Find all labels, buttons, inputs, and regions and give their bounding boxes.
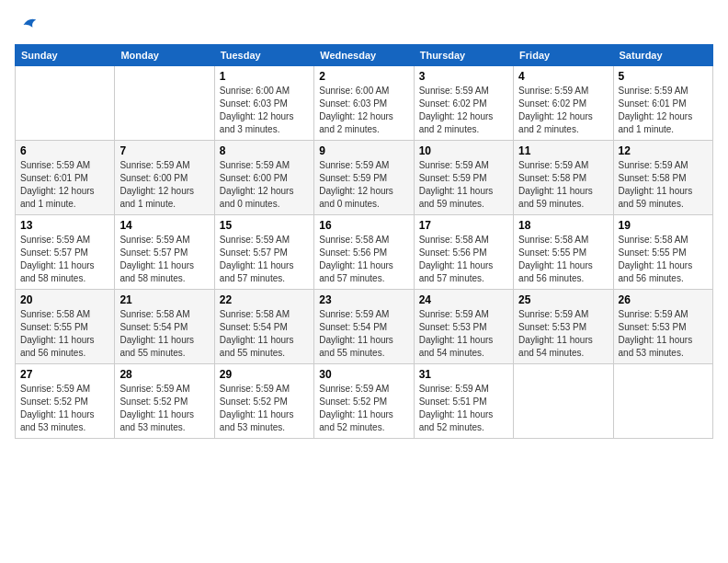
day-detail: Sunrise: 6:00 AMSunset: 6:03 PMDaylight:… — [319, 85, 408, 136]
day-detail: Sunrise: 5:59 AMSunset: 5:52 PMDaylight:… — [20, 383, 109, 434]
calendar-cell: 25Sunrise: 5:59 AMSunset: 5:53 PMDayligh… — [514, 290, 613, 364]
calendar-cell: 8Sunrise: 5:59 AMSunset: 6:00 PMDaylight… — [214, 141, 313, 215]
day-detail: Sunrise: 5:58 AMSunset: 5:56 PMDaylight:… — [319, 234, 408, 285]
day-number: 10 — [419, 144, 508, 157]
day-number: 22 — [220, 293, 309, 306]
day-detail: Sunrise: 5:58 AMSunset: 5:55 PMDaylight:… — [518, 234, 608, 285]
day-number: 8 — [220, 144, 309, 157]
calendar-cell: 3Sunrise: 5:59 AMSunset: 6:02 PMDaylight… — [414, 66, 513, 141]
day-number: 31 — [419, 368, 508, 381]
calendar-cell: 13Sunrise: 5:59 AMSunset: 5:57 PMDayligh… — [16, 215, 115, 290]
calendar-cell: 14Sunrise: 5:59 AMSunset: 5:57 PMDayligh… — [115, 215, 214, 290]
day-number: 14 — [119, 219, 209, 232]
day-detail: Sunrise: 5:58 AMSunset: 5:54 PMDaylight:… — [119, 308, 209, 360]
day-detail: Sunrise: 5:59 AMSunset: 5:58 PMDaylight:… — [518, 159, 608, 211]
calendar-cell: 12Sunrise: 5:59 AMSunset: 5:58 PMDayligh… — [613, 141, 712, 215]
page-header — [15, 15, 713, 35]
day-number: 13 — [20, 219, 109, 232]
weekday-header-sunday: Sunday — [16, 45, 115, 66]
calendar-cell — [16, 66, 115, 141]
day-number: 12 — [619, 144, 708, 157]
day-number: 3 — [419, 70, 508, 83]
calendar-cell: 5Sunrise: 5:59 AMSunset: 6:01 PMDaylight… — [613, 66, 712, 141]
day-number: 16 — [319, 219, 408, 232]
calendar-cell: 11Sunrise: 5:59 AMSunset: 5:58 PMDayligh… — [514, 141, 613, 215]
calendar-header: SundayMondayTuesdayWednesdayThursdayFrid… — [16, 45, 713, 66]
calendar-week-4: 20Sunrise: 5:58 AMSunset: 5:55 PMDayligh… — [16, 290, 713, 364]
weekday-header-thursday: Thursday — [414, 45, 513, 66]
day-detail: Sunrise: 5:59 AMSunset: 6:01 PMDaylight:… — [619, 85, 708, 136]
calendar-week-2: 6Sunrise: 5:59 AMSunset: 6:01 PMDaylight… — [16, 141, 713, 215]
logo — [15, 15, 39, 35]
day-detail: Sunrise: 5:59 AMSunset: 5:59 PMDaylight:… — [319, 159, 408, 211]
day-number: 5 — [619, 70, 708, 83]
weekday-header-friday: Friday — [514, 45, 613, 66]
calendar-cell: 15Sunrise: 5:59 AMSunset: 5:57 PMDayligh… — [214, 215, 313, 290]
day-number: 11 — [518, 144, 608, 157]
day-detail: Sunrise: 5:59 AMSunset: 5:53 PMDaylight:… — [518, 308, 608, 360]
day-number: 27 — [20, 368, 109, 381]
calendar-body: 1Sunrise: 6:00 AMSunset: 6:03 PMDaylight… — [16, 66, 713, 439]
calendar-cell: 10Sunrise: 5:59 AMSunset: 5:59 PMDayligh… — [414, 141, 513, 215]
calendar-cell: 19Sunrise: 5:58 AMSunset: 5:55 PMDayligh… — [613, 215, 712, 290]
calendar-cell: 9Sunrise: 5:59 AMSunset: 5:59 PMDaylight… — [314, 141, 414, 215]
calendar-cell: 1Sunrise: 6:00 AMSunset: 6:03 PMDaylight… — [214, 66, 313, 141]
calendar-cell: 20Sunrise: 5:58 AMSunset: 5:55 PMDayligh… — [16, 290, 115, 364]
day-number: 1 — [220, 70, 309, 83]
weekday-header-monday: Monday — [115, 45, 214, 66]
calendar-cell: 31Sunrise: 5:59 AMSunset: 5:51 PMDayligh… — [414, 364, 513, 439]
calendar-cell: 22Sunrise: 5:58 AMSunset: 5:54 PMDayligh… — [214, 290, 313, 364]
day-detail: Sunrise: 5:59 AMSunset: 5:58 PMDaylight:… — [619, 159, 708, 211]
header-row: SundayMondayTuesdayWednesdayThursdayFrid… — [16, 45, 713, 66]
day-detail: Sunrise: 5:59 AMSunset: 5:54 PMDaylight:… — [319, 308, 408, 360]
day-detail: Sunrise: 5:59 AMSunset: 5:57 PMDaylight:… — [20, 234, 109, 285]
day-number: 18 — [518, 219, 608, 232]
day-detail: Sunrise: 5:59 AMSunset: 6:01 PMDaylight:… — [20, 159, 109, 211]
day-detail: Sunrise: 5:59 AMSunset: 6:00 PMDaylight:… — [119, 159, 209, 211]
day-number: 6 — [20, 144, 109, 157]
day-number: 24 — [419, 293, 508, 306]
calendar-cell: 26Sunrise: 5:59 AMSunset: 5:53 PMDayligh… — [613, 290, 712, 364]
day-number: 4 — [518, 70, 608, 83]
weekday-header-saturday: Saturday — [613, 45, 712, 66]
calendar-cell: 27Sunrise: 5:59 AMSunset: 5:52 PMDayligh… — [16, 364, 115, 439]
calendar-table: SundayMondayTuesdayWednesdayThursdayFrid… — [15, 44, 713, 439]
calendar-cell: 21Sunrise: 5:58 AMSunset: 5:54 PMDayligh… — [115, 290, 214, 364]
day-number: 17 — [419, 219, 508, 232]
day-detail: Sunrise: 5:59 AMSunset: 5:53 PMDaylight:… — [619, 308, 708, 360]
calendar-cell — [115, 66, 214, 141]
calendar-cell — [613, 364, 712, 439]
calendar-cell: 4Sunrise: 5:59 AMSunset: 6:02 PMDaylight… — [514, 66, 613, 141]
day-number: 20 — [20, 293, 109, 306]
day-detail: Sunrise: 5:59 AMSunset: 5:53 PMDaylight:… — [419, 308, 508, 360]
calendar-cell: 16Sunrise: 5:58 AMSunset: 5:56 PMDayligh… — [314, 215, 414, 290]
calendar-week-3: 13Sunrise: 5:59 AMSunset: 5:57 PMDayligh… — [16, 215, 713, 290]
day-number: 7 — [119, 144, 209, 157]
calendar-week-5: 27Sunrise: 5:59 AMSunset: 5:52 PMDayligh… — [16, 364, 713, 439]
day-number: 19 — [619, 219, 708, 232]
calendar-cell: 7Sunrise: 5:59 AMSunset: 6:00 PMDaylight… — [115, 141, 214, 215]
day-number: 26 — [619, 293, 708, 306]
day-detail: Sunrise: 5:59 AMSunset: 6:02 PMDaylight:… — [518, 85, 608, 136]
calendar-cell: 28Sunrise: 5:59 AMSunset: 5:52 PMDayligh… — [115, 364, 214, 439]
calendar-week-1: 1Sunrise: 6:00 AMSunset: 6:03 PMDaylight… — [16, 66, 713, 141]
day-detail: Sunrise: 5:58 AMSunset: 5:55 PMDaylight:… — [619, 234, 708, 285]
day-number: 23 — [319, 293, 408, 306]
day-number: 2 — [319, 70, 408, 83]
weekday-header-wednesday: Wednesday — [314, 45, 414, 66]
day-number: 25 — [518, 293, 608, 306]
calendar-cell: 17Sunrise: 5:58 AMSunset: 5:56 PMDayligh… — [414, 215, 513, 290]
day-detail: Sunrise: 6:00 AMSunset: 6:03 PMDaylight:… — [220, 85, 309, 136]
day-number: 30 — [319, 368, 408, 381]
day-detail: Sunrise: 5:59 AMSunset: 5:52 PMDaylight:… — [220, 383, 309, 434]
day-detail: Sunrise: 5:59 AMSunset: 5:51 PMDaylight:… — [419, 383, 508, 434]
day-number: 29 — [220, 368, 309, 381]
calendar-cell: 6Sunrise: 5:59 AMSunset: 6:01 PMDaylight… — [16, 141, 115, 215]
day-detail: Sunrise: 5:59 AMSunset: 5:52 PMDaylight:… — [119, 383, 209, 434]
day-number: 21 — [119, 293, 209, 306]
day-detail: Sunrise: 5:59 AMSunset: 5:57 PMDaylight:… — [220, 234, 309, 285]
calendar-cell: 29Sunrise: 5:59 AMSunset: 5:52 PMDayligh… — [214, 364, 313, 439]
day-detail: Sunrise: 5:59 AMSunset: 5:59 PMDaylight:… — [419, 159, 508, 211]
day-number: 28 — [119, 368, 209, 381]
day-detail: Sunrise: 5:58 AMSunset: 5:56 PMDaylight:… — [419, 234, 508, 285]
